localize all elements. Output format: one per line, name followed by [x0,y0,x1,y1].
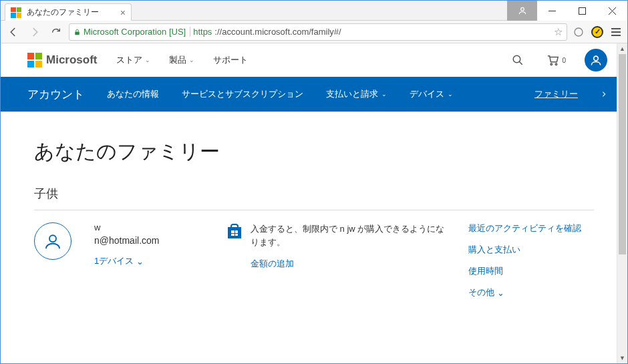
chevron-down-icon: ⌄ [145,57,150,63]
child-name: w [94,222,208,232]
divider [34,210,594,210]
microsoft-header: Microsoft ストア⌄ 製品⌄ サポート 0 [1,43,627,77]
link-more[interactable]: その他 ⌄ [468,287,581,299]
ev-certificate: Microsoft Corporation [US] [84,27,190,37]
norton-extension-icon[interactable]: ✓ [590,25,605,39]
titlebar-user-icon[interactable] [507,1,537,21]
search-icon[interactable] [508,54,527,66]
cart-button[interactable]: 0 [546,54,566,66]
svg-point-11 [594,56,599,61]
svg-rect-5 [75,31,79,35]
link-screen-time[interactable]: 使用時間 [468,265,581,277]
chevron-down-icon: ⌄ [381,91,387,98]
svg-point-12 [49,235,56,242]
close-tab-icon[interactable]: × [120,7,126,18]
store-description: 入金すると、制限内で n jw が購入できるようになります。 [251,222,448,248]
child-email: n@hotmail.com [94,235,208,246]
back-button[interactable] [5,23,22,41]
subnav-brand[interactable]: アカウント [27,87,84,102]
microsoft-logo-text: Microsoft [46,53,98,67]
section-title-children: 子供 [34,186,594,202]
cart-count: 0 [562,57,566,64]
scroll-down-icon[interactable]: ▼ [617,353,627,363]
svg-point-7 [514,55,521,63]
tab-strip: あなたのファミリー × [1,1,507,21]
browser-tab[interactable]: あなたのファミリー × [5,3,132,21]
subnav-devices[interactable]: デバイス⌄ [410,88,453,100]
nav-products[interactable]: 製品⌄ [169,54,194,66]
url-path: ://account.microsoft.com/family#/ [214,27,341,37]
svg-point-6 [575,28,583,36]
microsoft-logo[interactable]: Microsoft [27,53,98,67]
chrome-menu-button[interactable] [609,25,623,39]
subnav-services[interactable]: サービスとサブスクリプション [182,88,303,100]
chevron-down-icon: ⌄ [189,57,194,63]
child-row: w n@hotmail.com 1デバイス ⌄ [34,222,594,299]
browser-window: あなたのファミリー × [0,0,628,364]
svg-rect-2 [579,7,586,14]
link-purchase-spending[interactable]: 購入と支払い [468,244,581,256]
svg-line-8 [520,61,523,65]
subnav-scroll-right[interactable] [601,89,607,99]
chevron-down-icon: ⌄ [497,288,504,298]
add-money-link[interactable]: 金額の追加 [251,258,448,270]
microsoft-favicon [11,7,21,18]
svg-point-10 [556,63,558,65]
account-subnav: アカウント あなたの情報 サービスとサブスクリプション 支払いと請求⌄ デバイス… [1,77,627,112]
child-avatar[interactable] [34,222,71,260]
address-bar[interactable]: Microsoft Corporation [US] https://accou… [69,23,567,41]
child-devices-link[interactable]: 1デバイス ⌄ [94,255,208,267]
forward-button[interactable] [26,23,43,41]
page-viewport: Microsoft ストア⌄ 製品⌄ サポート 0 アカウント [1,43,627,363]
maximize-button[interactable] [567,1,597,21]
subnav-family[interactable]: ファミリー [534,88,578,100]
scrollbar[interactable]: ▲ ▼ [617,43,627,363]
page-title: あなたのファミリー [34,138,594,166]
browser-toolbar: Microsoft Corporation [US] https://accou… [1,21,627,43]
subnav-your-info[interactable]: あなたの情報 [107,88,159,100]
minimize-button[interactable] [537,1,567,21]
microsoft-logo-icon [27,53,42,67]
bookmark-star-icon[interactable]: ☆ [550,26,563,38]
link-recent-activity[interactable]: 最近のアクティビティを確認 [468,222,581,234]
chevron-down-icon: ⌄ [448,91,453,98]
close-window-button[interactable] [597,1,627,21]
nav-store[interactable]: ストア⌄ [116,54,150,66]
subnav-payment[interactable]: 支払いと請求⌄ [326,88,387,100]
svg-rect-1 [548,11,556,11]
tab-title: あなたのファミリー [27,7,115,18]
main-content: あなたのファミリー 子供 w n@hotmail.com 1デバイス [1,112,627,312]
url-scheme: https [193,27,212,37]
svg-point-9 [551,63,553,65]
chevron-down-icon: ⌄ [136,256,144,266]
extension-icon[interactable] [571,25,586,39]
store-icon [228,224,241,238]
svg-point-0 [520,7,524,11]
nav-support[interactable]: サポート [213,54,248,66]
scroll-up-icon[interactable]: ▲ [617,43,627,54]
account-avatar[interactable] [585,49,607,71]
lock-icon [73,28,81,36]
scroll-thumb[interactable] [619,54,626,254]
reload-button[interactable] [47,23,65,41]
